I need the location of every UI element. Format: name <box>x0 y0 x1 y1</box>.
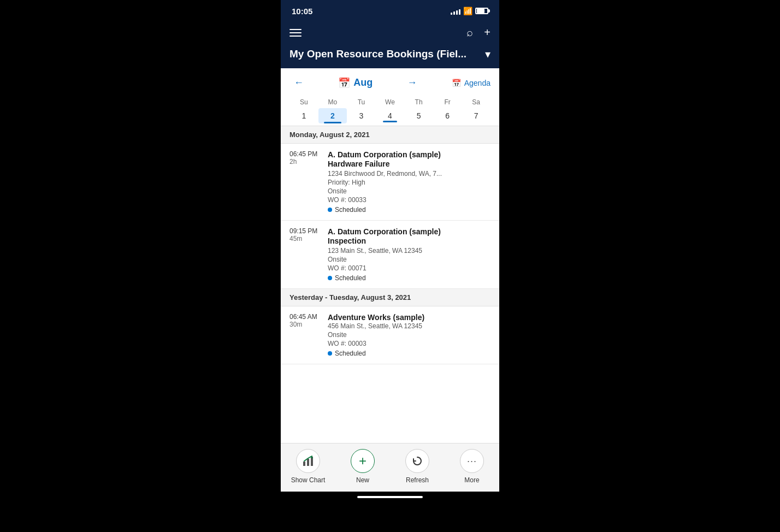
wifi-icon: 📶 <box>463 7 472 15</box>
status-dot <box>328 351 332 356</box>
booking-item[interactable]: 09:15 PM 45m A. Datum Corporation (sampl… <box>281 221 499 289</box>
date-7[interactable]: 7 <box>462 108 491 123</box>
title-bar: My Open Resource Bookings (Fiel... ▾ <box>281 43 499 68</box>
agenda-label: Agenda <box>464 79 491 87</box>
bottom-toolbar: Show Chart + New Refresh ··· More <box>281 443 499 492</box>
month-row: ← 📅 Aug → 📅 Agenda <box>289 75 491 91</box>
calendar-icon: 📅 <box>338 77 350 89</box>
day-su: Su <box>289 96 318 108</box>
booking-status-1: Scheduled <box>328 206 491 214</box>
date-5[interactable]: 5 <box>404 108 433 123</box>
chevron-down-icon[interactable]: ▾ <box>485 48 491 61</box>
signal-icon <box>451 7 460 15</box>
more-icon: ··· <box>460 449 484 473</box>
date-3[interactable]: 3 <box>347 108 376 123</box>
svg-rect-0 <box>303 462 305 466</box>
hamburger-icon[interactable] <box>289 29 302 37</box>
prev-month-button[interactable]: ← <box>289 75 308 91</box>
date-4[interactable]: 4 <box>376 108 405 123</box>
status-dot <box>328 208 332 212</box>
show-chart-label: Show Chart <box>291 476 326 484</box>
screen: 10:05 📶 <box>281 0 499 492</box>
agenda-button[interactable]: 📅 Agenda <box>452 79 491 87</box>
date-2[interactable]: 2 <box>318 108 347 123</box>
date-6[interactable]: 6 <box>433 108 462 123</box>
battery-icon <box>475 8 488 14</box>
day-tu: Tu <box>347 96 376 108</box>
phone-frame: 10:05 📶 <box>281 0 499 532</box>
more-button[interactable]: ··· More <box>453 449 491 484</box>
day-mo: Mo <box>318 96 347 108</box>
date-1[interactable]: 1 <box>289 108 318 123</box>
booking-status-3: Scheduled <box>328 350 491 357</box>
section-header-1: Monday, August 2, 2021 <box>281 126 499 144</box>
more-label: More <box>464 476 479 484</box>
calendar-nav: ← 📅 Aug → 📅 Agenda Su Mo Tu We Th Fr Sa <box>281 68 499 126</box>
show-chart-button[interactable]: Show Chart <box>289 449 327 484</box>
booking-item[interactable]: 06:45 AM 30m Adventure Works (sample) 45… <box>281 306 499 364</box>
hamburger-menu[interactable] <box>289 29 302 37</box>
dates-row: 1 2 3 4 5 6 7 <box>289 108 491 126</box>
day-th: Th <box>404 96 433 108</box>
status-bar: 10:05 📶 <box>281 0 499 22</box>
add-icon[interactable]: + <box>484 26 491 39</box>
status-time: 10:05 <box>292 7 312 16</box>
next-month-button[interactable]: → <box>403 75 421 91</box>
app-header: ⌕ + <box>281 22 499 43</box>
refresh-label: Refresh <box>406 476 429 484</box>
month-name-label: Aug <box>353 77 373 88</box>
booking-details-3: Adventure Works (sample) 456 Main St., S… <box>328 313 491 357</box>
refresh-button[interactable]: Refresh <box>398 449 436 484</box>
day-fr: Fr <box>433 96 462 108</box>
show-chart-icon <box>296 449 320 473</box>
status-icons: 📶 <box>451 7 488 15</box>
home-bar <box>357 496 423 498</box>
header-right: ⌕ + <box>466 26 491 39</box>
booking-details-1: A. Datum Corporation (sample) Hardware F… <box>328 150 491 214</box>
section-header-2: Yesterday - Tuesday, August 3, 2021 <box>281 289 499 306</box>
day-sa: Sa <box>462 96 491 108</box>
svg-rect-1 <box>307 459 309 466</box>
month-display: 📅 Aug <box>338 77 373 89</box>
status-dot <box>328 276 332 280</box>
home-indicator <box>281 492 499 500</box>
page-title: My Open Resource Bookings (Fiel... <box>289 48 481 60</box>
days-header: Su Mo Tu We Th Fr Sa <box>289 96 491 108</box>
booking-time-1: 06:45 PM 2h <box>289 150 328 214</box>
new-label: New <box>356 476 369 484</box>
day-we: We <box>376 96 405 108</box>
booking-item[interactable]: 06:45 PM 2h A. Datum Corporation (sample… <box>281 144 499 221</box>
booking-status-2: Scheduled <box>328 274 491 282</box>
booking-details-2: A. Datum Corporation (sample) Inspection… <box>328 227 491 282</box>
new-button[interactable]: + New <box>344 449 382 484</box>
refresh-icon <box>405 449 429 473</box>
booking-time-3: 06:45 AM 30m <box>289 313 328 357</box>
new-icon: + <box>351 449 375 473</box>
content-area: Monday, August 2, 2021 06:45 PM 2h A. Da… <box>281 126 499 443</box>
agenda-icon: 📅 <box>452 79 461 87</box>
booking-time-2: 09:15 PM 45m <box>289 227 328 282</box>
search-icon[interactable]: ⌕ <box>466 26 473 39</box>
